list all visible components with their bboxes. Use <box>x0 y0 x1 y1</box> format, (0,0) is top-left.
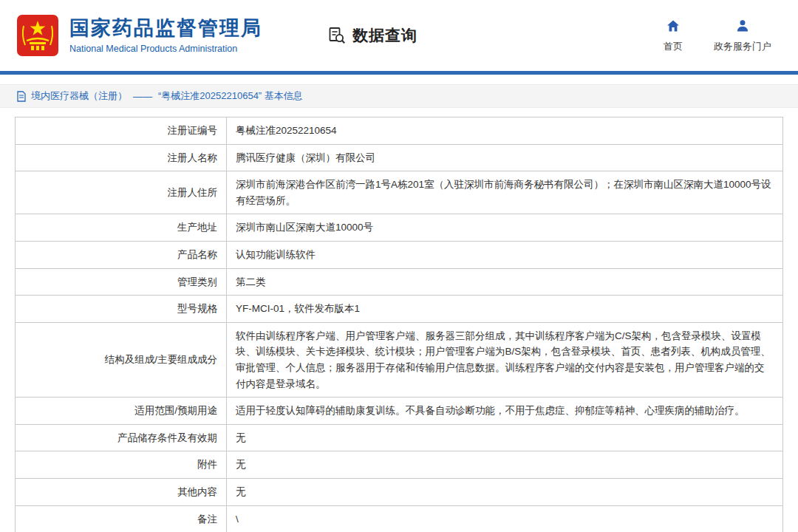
breadcrumb-current: “粤械注准20252210654” 基本信息 <box>158 89 303 103</box>
field-label: 备注 <box>16 505 227 532</box>
field-value: \ <box>227 505 783 532</box>
field-label: 其他内容 <box>16 478 227 505</box>
table-row: 产品名称 认知功能训练软件 <box>16 241 783 268</box>
field-label: 型号规格 <box>16 296 227 323</box>
page-header: 国家药品监督管理局 National Medical Products Admi… <box>0 0 798 71</box>
field-label: 注册人住所 <box>16 171 227 214</box>
field-label: 产品储存条件及有效期 <box>16 424 227 451</box>
org-name-en: National Medical Products Administration <box>69 44 262 54</box>
breadcrumb-root-link[interactable]: 境内医疗器械（注册） <box>31 89 127 103</box>
table-row: 管理类别 第二类 <box>16 268 783 296</box>
field-label: 附件 <box>16 451 227 479</box>
nav-home[interactable]: 首页 <box>664 18 683 53</box>
table-row: 注册人名称 腾讯医疗健康（深圳）有限公司 <box>16 144 783 171</box>
field-value: 无 <box>227 424 783 451</box>
registration-detail-table: 注册证编号 粤械注准20252210654 注册人名称 腾讯医疗健康（深圳）有限… <box>15 117 783 532</box>
data-query-icon <box>327 26 347 45</box>
table-row: 注册人住所 深圳市前海深港合作区前湾一路1号A栋201室（入驻深圳市前海商务秘书… <box>16 171 783 214</box>
field-label: 产品名称 <box>16 241 227 268</box>
field-value: 第二类 <box>227 268 783 296</box>
table-row: 其他内容 无 <box>16 478 783 505</box>
nmpa-logo[interactable]: 国家药品监督管理局 National Medical Products Admi… <box>16 14 262 57</box>
table-row: 型号规格 YF-MCI-01，软件发布版本1 <box>16 296 783 323</box>
field-value: 认知功能训练软件 <box>227 241 783 268</box>
field-value: YF-MCI-01，软件发布版本1 <box>227 296 783 323</box>
field-value: 软件由训练程序客户端、用户管理客户端、服务器三部分组成，其中训练程序客户端为C/… <box>227 322 783 397</box>
breadcrumb: 境内医疗器械（注册） —— “粤械注准20252210654” 基本信息 <box>0 84 798 108</box>
field-label: 注册人名称 <box>16 144 227 171</box>
brand-text: 国家药品监督管理局 National Medical Products Admi… <box>69 17 262 53</box>
nav-home-label: 首页 <box>664 40 683 53</box>
header-divider <box>0 71 798 75</box>
org-name-cn: 国家药品监督管理局 <box>69 17 262 40</box>
field-label: 适用范围/预期用途 <box>16 398 227 425</box>
table-row: 生产地址 深圳市南山区深南大道10000号 <box>16 214 783 242</box>
field-value: 深圳市前海深港合作区前湾一路1号A栋201室（入驻深圳市前海商务秘书有限公司）；… <box>227 171 783 214</box>
portal-user-icon <box>735 18 750 36</box>
table-row: 附件 无 <box>16 451 783 479</box>
top-nav: 首页 政务服务门户 <box>664 18 771 53</box>
nav-portal-label: 政务服务门户 <box>714 40 771 53</box>
field-value: 适用于轻度认知障碍的辅助康复训练。不具备自动诊断功能，不用于焦虑症、抑郁症等精神… <box>227 398 783 425</box>
table-row: 备注 \ <box>16 505 783 532</box>
breadcrumb-separator: —— <box>133 91 152 102</box>
field-value: 深圳市南山区深南大道10000号 <box>227 214 783 242</box>
field-label: 结构及组成/主要组成成分 <box>16 322 227 397</box>
home-icon <box>666 18 681 36</box>
table-row: 结构及组成/主要组成成分 软件由训练程序客户端、用户管理客户端、服务器三部分组成… <box>16 322 783 397</box>
table-row: 产品储存条件及有效期 无 <box>16 424 783 451</box>
field-label: 生产地址 <box>16 214 227 242</box>
document-icon <box>16 91 27 102</box>
field-value: 无 <box>227 451 783 479</box>
data-query-tab[interactable]: 数据查询 <box>327 25 417 46</box>
field-label: 管理类别 <box>16 268 227 296</box>
field-value: 腾讯医疗健康（深圳）有限公司 <box>227 144 783 171</box>
field-value: 无 <box>227 478 783 505</box>
field-value: 粤械注准20252210654 <box>227 117 783 145</box>
table-row: 适用范围/预期用途 适用于轻度认知障碍的辅助康复训练。不具备自动诊断功能，不用于… <box>16 398 783 425</box>
field-label: 注册证编号 <box>16 117 227 145</box>
section-title: 数据查询 <box>352 25 417 46</box>
nav-portal[interactable]: 政务服务门户 <box>714 18 771 53</box>
table-row: 注册证编号 粤械注准20252210654 <box>16 117 783 145</box>
national-emblem-icon <box>16 14 59 57</box>
